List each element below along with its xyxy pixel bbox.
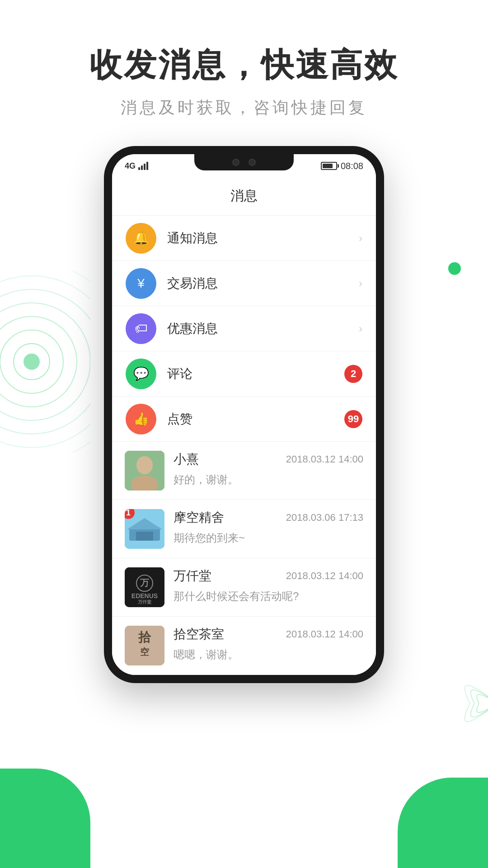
status-bar-right: 08:08	[321, 161, 363, 171]
chat-content-2: 摩空精舍 2018.03.06 17:13 期待您的到来~	[174, 509, 363, 545]
network-label: 4G	[125, 161, 136, 171]
chat-item-3[interactable]: 万 EDENUS 万仟堂 万仟堂 2018.03.12 14:00 那什么时候还…	[112, 558, 376, 617]
svg-point-9	[136, 456, 153, 474]
phone-notch	[194, 154, 294, 170]
discount-icon: 🏷	[126, 313, 156, 344]
phone-frame: 4G 08:08 消息	[104, 146, 384, 683]
category-transaction[interactable]: ¥ 交易消息 ›	[112, 261, 376, 306]
signal-bar-1	[138, 167, 140, 170]
notch-camera-right	[249, 159, 256, 166]
app-page-title: 消息	[230, 188, 258, 203]
page-main-title: 收发消息，快速高效	[0, 45, 488, 84]
bg-green-bottom-right	[398, 778, 488, 868]
chat-avatar-4: 拾 空	[125, 626, 164, 665]
category-notification[interactable]: 🔔 通知消息 ›	[112, 216, 376, 261]
comment-icon: 💬	[126, 359, 156, 389]
svg-text:EDENUS: EDENUS	[131, 592, 158, 599]
chat-item-1[interactable]: 小熹 2018.03.12 14:00 好的，谢谢。	[112, 442, 376, 500]
category-like[interactable]: 👍 点赞 99	[112, 396, 376, 442]
signal-bar-4	[146, 162, 148, 170]
discount-chevron: ›	[359, 322, 362, 335]
comment-badge: 2	[344, 365, 362, 383]
status-bar-left: 4G	[125, 161, 148, 171]
notification-icon: 🔔	[126, 223, 156, 254]
chat-item-2[interactable]: 1 摩空精舍 2018.03.06 17:13 期待您的到来~	[112, 500, 376, 558]
battery-icon	[321, 162, 337, 170]
battery-fill	[323, 164, 333, 168]
notification-chevron: ›	[359, 232, 362, 245]
avatar-image-4: 拾 空	[125, 626, 164, 665]
signal-bar-3	[144, 164, 145, 170]
chat-preview-3: 那什么时候还会有活动呢?	[174, 589, 363, 604]
chat-content-3: 万仟堂 2018.03.12 14:00 那什么时候还会有活动呢?	[174, 567, 363, 604]
chat-preview-1: 好的，谢谢。	[174, 472, 363, 487]
chat-avatar-2: 1	[125, 509, 164, 549]
avatar-image-3: 万 EDENUS 万仟堂	[125, 567, 164, 607]
header-section: 收发消息，快速高效 消息及时获取，咨询快捷回复	[0, 0, 488, 119]
like-badge: 99	[344, 410, 362, 428]
chat-avatar-3: 万 EDENUS 万仟堂	[125, 567, 164, 607]
signal-bars	[138, 162, 148, 170]
chat-header-row-2: 摩空精舍 2018.03.06 17:13	[174, 509, 363, 526]
chat-content-4: 拾空茶室 2018.03.12 14:00 嗯嗯，谢谢。	[174, 626, 363, 662]
chat-avatar-1	[125, 451, 164, 491]
like-icon: 👍	[126, 404, 156, 434]
chat-time-1: 2018.03.12 14:00	[286, 453, 363, 465]
chat-time-2: 2018.03.06 17:13	[286, 512, 363, 524]
svg-text:拾: 拾	[138, 630, 151, 644]
page-subtitle: 消息及时获取，咨询快捷回复	[0, 97, 488, 119]
svg-text:空: 空	[140, 647, 149, 657]
chat-time-3: 2018.03.12 14:00	[286, 570, 363, 582]
svg-text:万: 万	[140, 578, 150, 588]
chat-content-1: 小熹 2018.03.12 14:00 好的，谢谢。	[174, 451, 363, 487]
discount-label: 优惠消息	[167, 320, 359, 337]
svg-rect-13	[136, 532, 153, 541]
chat-header-row-3: 万仟堂 2018.03.12 14:00	[174, 567, 363, 585]
clock: 08:08	[341, 161, 363, 171]
category-comment[interactable]: 💬 评论 2	[112, 351, 376, 396]
chat-name-1: 小熹	[174, 451, 199, 468]
chat-preview-2: 期待您的到来~	[174, 531, 363, 545]
chat-messages-section: 小熹 2018.03.12 14:00 好的，谢谢。	[112, 442, 376, 675]
chat-name-3: 万仟堂	[174, 567, 211, 585]
transaction-label: 交易消息	[167, 275, 359, 292]
app-title-bar: 消息	[112, 178, 376, 216]
chat-item-4[interactable]: 拾 空 拾空茶室 2018.03.12 14:00 嗯嗯，谢谢。	[112, 617, 376, 675]
like-label: 点赞	[167, 410, 344, 428]
chat-time-4: 2018.03.12 14:00	[286, 628, 363, 640]
comment-label: 评论	[167, 365, 344, 382]
chat-header-row-4: 拾空茶室 2018.03.12 14:00	[174, 626, 363, 643]
notch-camera-left	[232, 159, 239, 166]
transaction-chevron: ›	[359, 277, 362, 290]
chat-name-2: 摩空精舍	[174, 509, 224, 526]
svg-text:万仟堂: 万仟堂	[137, 599, 152, 604]
avatar-image-1	[125, 451, 164, 491]
phone-mockup-wrapper: 4G 08:08 消息	[0, 146, 488, 683]
category-discount[interactable]: 🏷 优惠消息 ›	[112, 306, 376, 351]
notification-label: 通知消息	[167, 230, 359, 247]
phone-screen: 4G 08:08 消息	[112, 154, 376, 675]
chat-name-4: 拾空茶室	[174, 626, 224, 643]
chat-preview-4: 嗯嗯，谢谢。	[174, 647, 363, 662]
message-categories-list: 🔔 通知消息 › ¥ 交易消息 › 🏷 优惠消息 ›	[112, 216, 376, 442]
signal-bar-2	[141, 165, 143, 170]
chat-header-row-1: 小熹 2018.03.12 14:00	[174, 451, 363, 468]
transaction-icon: ¥	[126, 268, 156, 299]
bg-green-bottom-left	[0, 769, 90, 868]
